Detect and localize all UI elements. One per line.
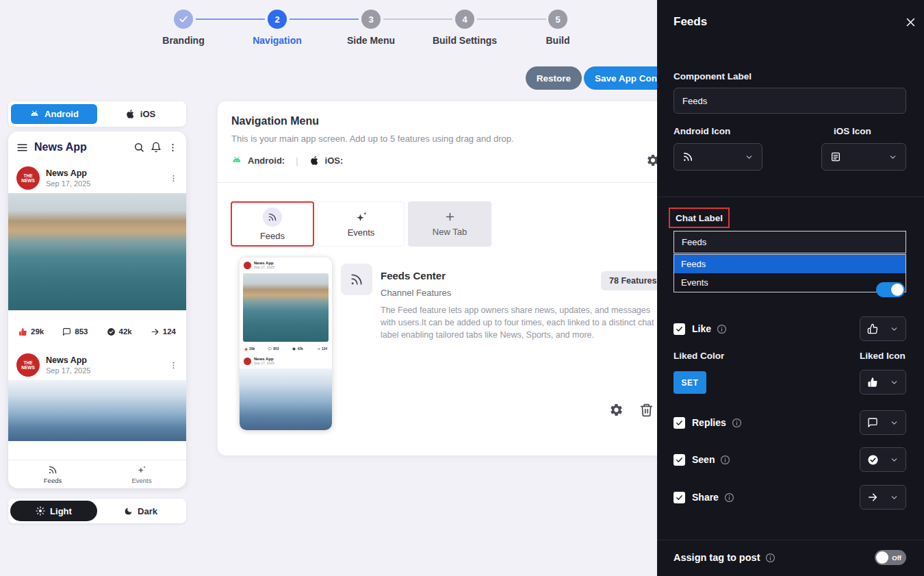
set-color-button[interactable]: SET <box>673 371 706 394</box>
restore-button[interactable]: Restore <box>526 66 582 90</box>
feature-title: Feeds Center <box>381 270 446 281</box>
bell-icon[interactable] <box>151 142 162 153</box>
feature-settings-gear-icon[interactable] <box>609 403 624 417</box>
tab-feeds[interactable]: Feeds <box>231 201 314 247</box>
search-icon[interactable] <box>133 142 144 153</box>
post-meta: News App Sep 17, 2025 <box>46 355 90 375</box>
feature-thumbnail: News App Sep 17, 2025 29k 853 42k 124 Ne… <box>240 258 332 430</box>
post-author: News App <box>46 168 90 178</box>
avatar-text: THE NEWS <box>20 173 36 184</box>
android-toggle-button[interactable]: Android <box>11 104 97 124</box>
share-checkbox[interactable] <box>673 492 685 503</box>
apple-icon <box>309 155 320 166</box>
preview-nav-events[interactable]: Events <box>97 460 186 488</box>
on-toggle[interactable] <box>876 282 905 297</box>
like-checkbox[interactable] <box>673 323 685 335</box>
thumb-post-header: News App Sep 17, 2025 <box>240 258 332 273</box>
tab-events-label: Events <box>348 227 375 238</box>
feeds-settings-panel: Feeds Component Label Android Icon iOS I… <box>657 0 924 576</box>
assign-tag-label: Assign tag to post <box>673 552 760 563</box>
replies-label: Replies <box>692 417 726 428</box>
step-label: Build Settings <box>417 35 513 46</box>
ios-icon-select[interactable] <box>821 143 906 171</box>
seen-count: 42k <box>119 327 132 336</box>
thumb-image-mountains <box>240 368 332 430</box>
feature-description: The Feed feature lets app owners share n… <box>381 304 656 341</box>
step-navigation[interactable]: 2 Navigation <box>229 10 325 46</box>
dark-theme-button[interactable]: Dark <box>97 501 184 521</box>
likes-count: 29k <box>31 327 44 336</box>
rss-icon <box>682 151 693 162</box>
post-stats-row: 29k 853 42k 124 <box>8 318 186 345</box>
info-icon[interactable] <box>732 418 742 428</box>
menu-icon[interactable] <box>16 142 28 153</box>
kebab-icon[interactable] <box>168 142 178 153</box>
replies-checkbox[interactable] <box>673 417 685 429</box>
chat-label-highlight-box: Chat Label <box>669 208 730 228</box>
feature-delete-trash-icon[interactable] <box>639 403 654 417</box>
seen-checkbox[interactable] <box>673 454 685 466</box>
like-icon-select[interactable] <box>860 316 906 341</box>
liked-icon-select[interactable] <box>860 370 906 395</box>
step-build-settings[interactable]: 4 Build Settings <box>417 10 513 46</box>
info-icon[interactable] <box>765 553 775 563</box>
ios-toggle-button[interactable]: iOS <box>97 104 183 124</box>
step-side-menu[interactable]: 3 Side Menu <box>323 10 419 46</box>
info-icon[interactable] <box>720 455 730 465</box>
plus-icon <box>444 211 456 223</box>
thumb-date: Sep 17, 2025 <box>254 361 274 365</box>
chat-label: Chat Label <box>676 213 723 223</box>
light-theme-button[interactable]: Light <box>10 501 97 521</box>
platform-labels-row: Android: | iOS: <box>231 155 343 166</box>
rss-icon <box>48 465 57 475</box>
chevron-down-icon <box>888 153 897 162</box>
replies-icon-select[interactable] <box>860 410 906 435</box>
step-check-icon <box>174 10 193 29</box>
tab-events[interactable]: Events <box>318 201 405 247</box>
share-icon-select[interactable] <box>860 485 906 510</box>
preview-bottom-nav: Feeds Events <box>8 460 186 488</box>
preview-nav-feeds[interactable]: Feeds <box>8 460 97 488</box>
component-label-input[interactable] <box>673 88 906 114</box>
android-icon-select[interactable] <box>673 143 762 171</box>
tab-new-tab[interactable]: New Tab <box>408 201 491 247</box>
assign-tag-row: Assign tag to post Off <box>673 547 906 568</box>
liked-icon-label: Liked Icon <box>860 351 906 361</box>
share-setting-row: Share <box>673 485 906 510</box>
seen-icon-select[interactable] <box>860 447 906 472</box>
kebab-icon[interactable] <box>169 174 178 183</box>
step-label: Side Menu <box>323 35 419 46</box>
kebab-icon[interactable] <box>169 361 178 370</box>
share-label: Share <box>692 492 719 503</box>
chat-label-select[interactable]: Feeds <box>673 231 906 253</box>
step-build[interactable]: 5 Build <box>510 10 606 46</box>
post-date: Sep 17, 2025 <box>46 366 90 375</box>
dropdown-option-events[interactable]: Events <box>674 273 906 292</box>
tab-new-label: New Tab <box>433 227 467 237</box>
post-header: THE NEWS News App Sep 17, 2025 <box>8 350 186 380</box>
component-label: Component Label <box>673 71 752 82</box>
step-branding[interactable]: Branding <box>136 10 231 46</box>
stepper: Branding 2 Navigation 3 Side Menu 4 Buil… <box>137 10 602 53</box>
info-icon[interactable] <box>724 492 734 503</box>
feature-subtitle: Channel Features <box>381 288 451 298</box>
platform-toggle: Android iOS <box>8 101 186 127</box>
thumb-stats-row: 29k 853 42k 124 <box>240 344 332 353</box>
like-setting-row: Like <box>673 316 906 341</box>
comments-count: 853 <box>75 327 88 336</box>
thumb-meta: News App Sep 17, 2025 <box>254 261 274 269</box>
dropdown-option-feeds[interactable]: Feeds <box>674 255 906 273</box>
preview-app-header: News App <box>8 132 186 163</box>
chevron-down-icon <box>745 153 754 162</box>
page-subtitle: This is your main app screen. Add up to … <box>231 134 514 144</box>
close-icon[interactable] <box>905 16 916 28</box>
post-header: THE NEWS News App Sep 17, 2025 <box>8 163 186 193</box>
likes-stat: 29k <box>18 327 44 336</box>
post-date: Sep 17, 2025 <box>46 179 90 188</box>
assign-tag-toggle[interactable]: Off <box>875 550 906 565</box>
divider <box>657 540 924 540</box>
ios-toggle-label: iOS <box>140 109 155 119</box>
android-toggle-label: Android <box>44 109 79 119</box>
info-icon[interactable] <box>717 324 727 334</box>
tab-feeds-label: Feeds <box>260 231 285 241</box>
